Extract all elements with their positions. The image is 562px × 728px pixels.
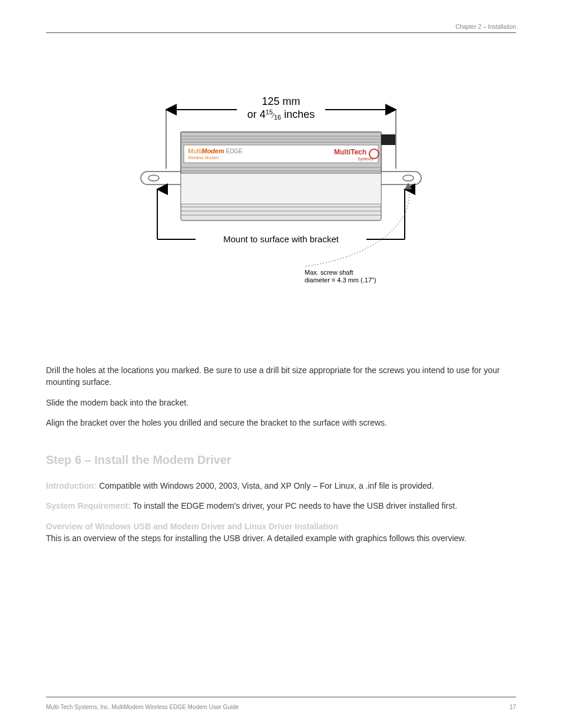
bracket-ear-right: [375, 172, 421, 185]
instruction-drill: Drill the holes at the locations you mar…: [46, 364, 516, 388]
instruction-align: Align the bracket over the holes you dri…: [46, 417, 516, 429]
screw-note-2: diameter = 4.3 mm (.17"): [305, 276, 376, 284]
antenna-stub-icon: [381, 134, 395, 145]
intro-paragraph: Introduction: Compatible with Windows 20…: [46, 480, 516, 492]
dim-inches: or 415⁄16 inches: [247, 108, 315, 121]
header-right: Chapter 2 – Installation: [455, 24, 516, 30]
footer-row: Multi-Tech Systems, Inc. MultiModem Wire…: [46, 704, 516, 710]
req-label: System Requirement:: [46, 501, 131, 510]
overview-paragraph: Overview of Windows USB and Modem Driver…: [46, 521, 516, 545]
footer-right: 17: [510, 704, 516, 710]
brand-label: MultiTech: [334, 148, 366, 156]
instruction-slide: Slide the modem back into the bracket.: [46, 397, 516, 409]
intro-text: Compatible with Windows 2000, 2003, Vist…: [97, 481, 434, 490]
product-subtitle: Wireless Modem: [188, 156, 219, 160]
mounting-figure: 125 mm or 415⁄16 inches: [128, 92, 434, 340]
svg-rect-2: [375, 172, 421, 185]
req-text: To install the EDGE modem's driver, your…: [131, 501, 457, 510]
footer-left: Multi-Tech Systems, Inc. MultiModem Wire…: [46, 704, 239, 710]
screw-note-1: Max. screw shaft: [305, 269, 353, 276]
dim-125mm: 125 mm: [262, 95, 300, 107]
device-body: MultiModem EDGE Wireless Modem MultiTech…: [181, 132, 395, 220]
svg-rect-0: [141, 172, 187, 185]
header-row: Chapter 2 – Installation: [46, 24, 516, 30]
bracket-ear-left: [141, 172, 187, 185]
bottom-rule: [46, 697, 516, 697]
overview-text: This is an overview of the steps for ins…: [46, 533, 467, 543]
product-label: MultiModem EDGE: [188, 147, 243, 154]
intro-label: Introduction:: [46, 481, 97, 490]
overview-label: Overview of Windows USB and Modem Driver…: [46, 522, 338, 531]
req-paragraph: System Requirement: To install the EDGE …: [46, 500, 516, 512]
top-rule: [46, 32, 516, 33]
section-title: Step 6 – Install the Modem Driver: [46, 453, 516, 467]
svg-rect-12: [181, 173, 381, 204]
mount-text: Mount to surface with bracket: [223, 234, 339, 244]
